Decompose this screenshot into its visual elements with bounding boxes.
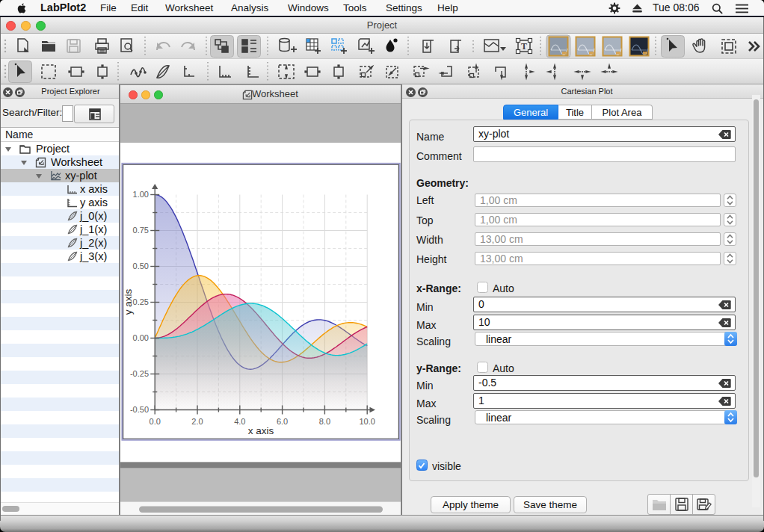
- svg-text:1.00: 1.00: [133, 190, 149, 199]
- svg-text:0.75: 0.75: [133, 226, 149, 235]
- svg-text:-0.50: -0.50: [130, 405, 149, 414]
- svg-text:10.0: 10.0: [359, 417, 375, 426]
- svg-text:y axis: y axis: [123, 288, 134, 315]
- svg-text:6.0: 6.0: [277, 417, 288, 426]
- svg-text:T: T: [521, 41, 527, 52]
- svg-text:0.0: 0.0: [150, 417, 161, 426]
- svg-text:0.00: 0.00: [133, 333, 149, 342]
- svg-text:0.25: 0.25: [133, 297, 149, 306]
- svg-text:2.0: 2.0: [191, 417, 203, 426]
- svg-text:0.50: 0.50: [133, 262, 149, 270]
- svg-text:-0.25: -0.25: [130, 369, 149, 378]
- svg-text:8.0: 8.0: [319, 417, 330, 426]
- svg-text:x axis: x axis: [248, 425, 274, 436]
- svg-text:4.0: 4.0: [234, 417, 245, 426]
